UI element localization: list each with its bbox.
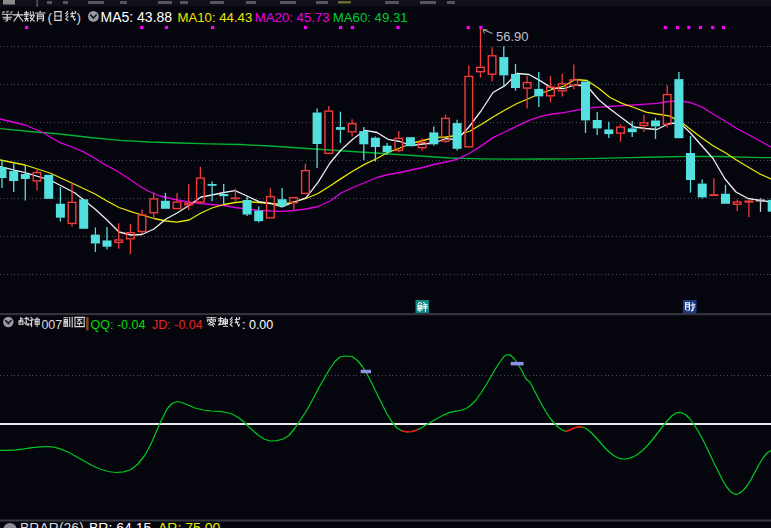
svg-text:: 0.00: : 0.00: [242, 318, 273, 332]
svg-text:MA60: 49.31: MA60: 49.31: [333, 10, 408, 25]
svg-text:MA5: 43.88: MA5: 43.88: [101, 9, 173, 25]
svg-text:(: (: [48, 10, 53, 25]
svg-text:BR: 64.15: BR: 64.15: [89, 520, 151, 528]
svg-text:56.90: 56.90: [496, 29, 529, 44]
svg-text:BRAR(26): BRAR(26): [20, 520, 84, 528]
svg-text:MA10: 44.43: MA10: 44.43: [178, 10, 253, 25]
svg-text:JD: -0.04: JD: -0.04: [152, 318, 203, 332]
svg-text:): ): [77, 10, 82, 25]
svg-text:QQ: -0.04: QQ: -0.04: [91, 318, 146, 332]
svg-text:AR: 75.00: AR: 75.00: [158, 520, 220, 528]
svg-text:MA20: 45.73: MA20: 45.73: [255, 10, 330, 25]
svg-text:007: 007: [41, 318, 62, 332]
